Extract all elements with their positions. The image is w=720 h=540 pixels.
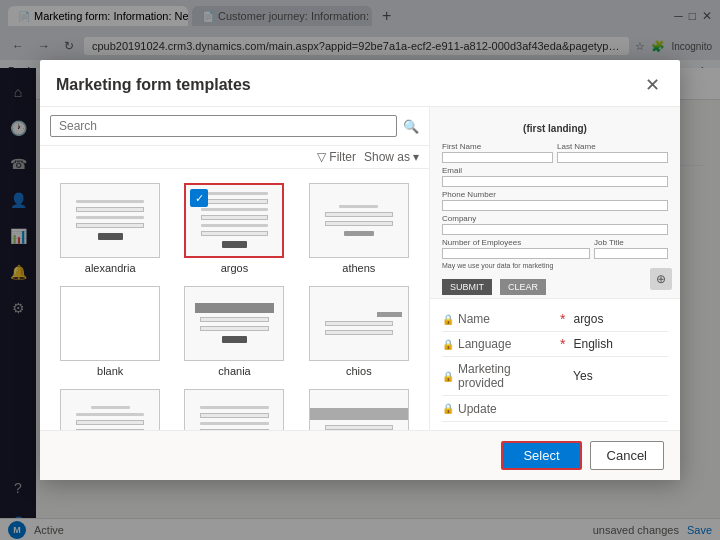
template-argos-label: argos	[221, 262, 249, 274]
filter-icon: ▽	[317, 150, 326, 164]
template-heraklion[interactable]: heraklion	[172, 383, 296, 430]
template-blank[interactable]: blank	[48, 280, 172, 383]
search-bar: 🔍	[40, 107, 429, 146]
modal-body: 🔍 ▽ Filter Show as ▾	[40, 107, 680, 430]
template-blank-label: blank	[97, 365, 123, 377]
field-marketing-label: 🔒 Marketing provided	[442, 362, 552, 390]
preview-area: (first landing) First Name Last Name	[430, 107, 680, 299]
lock-icon-name: 🔒	[442, 314, 454, 325]
template-kalamata-thumb	[309, 389, 409, 430]
template-corfu[interactable]: corfu	[48, 383, 172, 430]
detail-fields: 🔒 Name * argos 🔒 Language * English	[430, 299, 680, 430]
cancel-button[interactable]: Cancel	[590, 441, 664, 470]
field-name: 🔒 Name * argos	[442, 307, 668, 332]
template-chania-label: chania	[218, 365, 250, 377]
field-name-value: argos	[573, 312, 668, 326]
template-modal: Marketing form templates ✕ 🔍 ▽ Filter Sh…	[40, 60, 680, 480]
templates-grid: alexandria ✓ argos	[40, 169, 429, 430]
template-alexandria[interactable]: alexandria	[48, 177, 172, 280]
field-marketing-provided: 🔒 Marketing provided * Yes	[442, 357, 668, 396]
zoom-icon[interactable]: ⊕	[650, 268, 672, 290]
preview-clear-btn: CLEAR	[500, 279, 546, 295]
show-as-button[interactable]: Show as ▾	[364, 150, 419, 164]
template-heraklion-thumb	[184, 389, 284, 430]
template-athens[interactable]: athens	[297, 177, 421, 280]
modal-overlay: Marketing form templates ✕ 🔍 ▽ Filter Sh…	[0, 0, 720, 540]
preview-title: (first landing)	[442, 123, 668, 134]
field-name-label: 🔒 Name	[442, 312, 552, 326]
template-alexandria-thumb	[60, 183, 160, 258]
field-language-label: 🔒 Language	[442, 337, 552, 351]
lock-icon-update: 🔒	[442, 403, 454, 414]
field-update-label: 🔒 Update	[442, 402, 552, 416]
template-chania[interactable]: chania	[172, 280, 296, 383]
template-chios[interactable]: chios	[297, 280, 421, 383]
required-dot-language: *	[560, 337, 565, 351]
template-corfu-thumb	[60, 389, 160, 430]
field-language: 🔒 Language * English	[442, 332, 668, 357]
field-marketing-value: Yes	[573, 369, 668, 383]
template-alexandria-label: alexandria	[85, 262, 136, 274]
required-dot-name: *	[560, 312, 565, 326]
lock-icon-language: 🔒	[442, 339, 454, 350]
template-argos-thumb: ✓	[184, 183, 284, 258]
selected-checkmark: ✓	[190, 189, 208, 207]
search-input[interactable]	[50, 115, 397, 137]
template-blank-thumb	[60, 286, 160, 361]
modal-header: Marketing form templates ✕	[40, 60, 680, 107]
template-chania-thumb	[184, 286, 284, 361]
lock-icon-marketing: 🔒	[442, 371, 454, 382]
template-chios-thumb	[309, 286, 409, 361]
template-chios-label: chios	[346, 365, 372, 377]
search-icon: 🔍	[403, 119, 419, 134]
select-button[interactable]: Select	[501, 441, 581, 470]
field-language-value: English	[573, 337, 668, 351]
template-athens-label: athens	[342, 262, 375, 274]
preview-submit-btn: SUBMIT	[442, 279, 492, 295]
modal-title: Marketing form templates	[56, 76, 251, 94]
filter-button[interactable]: ▽ Filter	[317, 150, 356, 164]
preview-form: (first landing) First Name Last Name	[430, 107, 680, 299]
template-argos[interactable]: ✓ argos	[172, 177, 296, 280]
template-kalamata[interactable]: kalamata	[297, 383, 421, 430]
detail-panel: (first landing) First Name Last Name	[430, 107, 680, 430]
modal-close-button[interactable]: ✕	[641, 74, 664, 96]
modal-footer: Select Cancel	[40, 430, 680, 480]
field-update: 🔒 Update *	[442, 396, 668, 422]
template-panel: 🔍 ▽ Filter Show as ▾	[40, 107, 430, 430]
filter-row: ▽ Filter Show as ▾	[40, 146, 429, 169]
template-athens-thumb	[309, 183, 409, 258]
chevron-down-icon: ▾	[413, 150, 419, 164]
